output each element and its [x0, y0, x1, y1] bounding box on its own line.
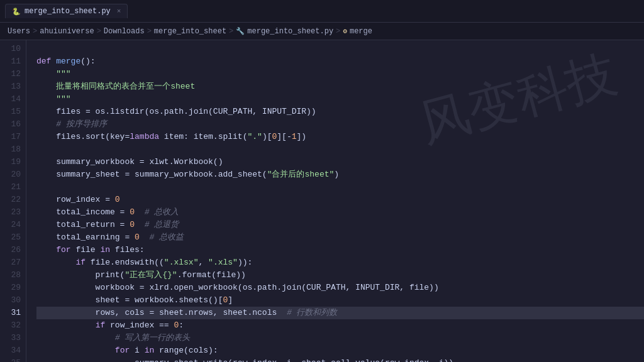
breadcrumb-sep-2: >	[97, 27, 101, 36]
line-num-12: 12	[0, 68, 26, 80]
line-num-24: 24	[0, 219, 26, 231]
line-num-32: 32	[0, 319, 26, 332]
breadcrumb-file-icon: 🔧	[236, 27, 245, 35]
line-num-17: 17	[0, 131, 26, 143]
line-num-30: 30	[0, 294, 26, 307]
code-line-18	[36, 143, 644, 156]
code-line-21	[36, 181, 644, 194]
breadcrumb-bar: Users > ahuiuniverse > Downloads > merge…	[0, 23, 644, 40]
code-line-12: """	[36, 68, 644, 80]
code-line-35: summary_sheet.write(row_index, i, sheet.…	[36, 357, 644, 362]
breadcrumb-sep-1: >	[33, 27, 37, 36]
line-num-33: 33	[0, 332, 26, 344]
breadcrumb-func[interactable]: merge	[350, 27, 372, 36]
code-line-32: if row_index == 0:	[36, 319, 644, 332]
editor: 10 11 12 13 14 15 16 17 18 19 20 21 22 2…	[0, 40, 644, 362]
code-line-34: for i in range(cols):	[36, 344, 644, 357]
code-line-15: files = os.listdir(os.path.join(CUR_PATH…	[36, 106, 644, 118]
line-num-20: 20	[0, 168, 26, 181]
line-num-18: 18	[0, 143, 26, 156]
line-num-28: 28	[0, 269, 26, 282]
line-num-23: 23	[0, 206, 26, 219]
code-area[interactable]: 风变科技 def merge(): """ 批量将相同格式的表合并至一个shee…	[26, 40, 644, 362]
code-line-19: summary_workbook = xlwt.Workbook()	[36, 156, 644, 168]
code-line-28: print("正在写入{}".format(file))	[36, 269, 644, 282]
breadcrumb-func-icon: ⚙	[343, 27, 347, 35]
line-num-35: 35	[0, 357, 26, 362]
code-line-25: total_earning = 0 # 总收益	[36, 231, 644, 244]
breadcrumb-ahuiuniverse[interactable]: ahuiuniverse	[40, 27, 94, 36]
line-num-11: 11	[0, 55, 26, 68]
file-icon: 🐍	[12, 8, 21, 16]
line-num-15: 15	[0, 106, 26, 118]
code-line-20: summary_sheet = summary_workbook.add_she…	[36, 168, 644, 181]
line-num-16: 16	[0, 118, 26, 131]
code-line-23: total_income = 0 # 总收入	[36, 206, 644, 219]
code-line-17: files.sort(key=lambda item: item.split("…	[36, 131, 644, 143]
line-num-21: 21	[0, 181, 26, 194]
breadcrumb-users[interactable]: Users	[8, 27, 30, 36]
code-line-16: # 按序导排序	[36, 118, 644, 131]
breadcrumb-merge-sheet[interactable]: merge_into_sheet	[154, 27, 226, 36]
line-num-27: 27	[0, 256, 26, 269]
code-line-10	[36, 43, 644, 55]
editor-tab[interactable]: 🐍 merge_into_sheet.py ×	[5, 4, 128, 18]
code-line-14: """	[36, 93, 644, 106]
line-num-34: 34	[0, 344, 26, 357]
code-line-31: rows, cols = sheet.nrows, sheet.ncols # …	[36, 307, 644, 319]
code-line-11: def merge():	[36, 55, 644, 68]
title-bar: 🐍 merge_into_sheet.py ×	[0, 0, 644, 23]
line-num-10: 10	[0, 43, 26, 55]
code-line-29: workbook = xlrd.open_workbook(os.path.jo…	[36, 282, 644, 294]
line-num-29: 29	[0, 282, 26, 294]
line-num-31: 31	[0, 307, 26, 319]
breadcrumb-sep-5: >	[336, 27, 340, 36]
breadcrumb-sep-4: >	[229, 27, 233, 36]
code-line-27: if file.endswith((".xlsx", ".xls")):	[36, 256, 644, 269]
code-line-13: 批量将相同格式的表合并至一个sheet	[36, 80, 644, 93]
line-num-26: 26	[0, 244, 26, 256]
line-num-14: 14	[0, 93, 26, 106]
breadcrumb-downloads[interactable]: Downloads	[104, 27, 145, 36]
code-line-24: total_return = 0 # 总退货	[36, 219, 644, 231]
tab-close-button[interactable]: ×	[117, 8, 121, 15]
code-line-33: # 写入第一行的表头	[36, 332, 644, 344]
code-line-22: row_index = 0	[36, 194, 644, 206]
breadcrumb-sep-3: >	[147, 27, 152, 36]
breadcrumb-filename[interactable]: merge_into_sheet.py	[247, 27, 333, 36]
line-numbers: 10 11 12 13 14 15 16 17 18 19 20 21 22 2…	[0, 40, 26, 362]
code-line-30: sheet = workbook.sheets()[0]	[36, 294, 644, 307]
line-num-22: 22	[0, 194, 26, 206]
line-num-13: 13	[0, 80, 26, 93]
line-num-25: 25	[0, 231, 26, 244]
code-line-26: for file in files:	[36, 244, 644, 256]
line-num-19: 19	[0, 156, 26, 168]
tab-label: merge_into_sheet.py	[25, 7, 111, 16]
